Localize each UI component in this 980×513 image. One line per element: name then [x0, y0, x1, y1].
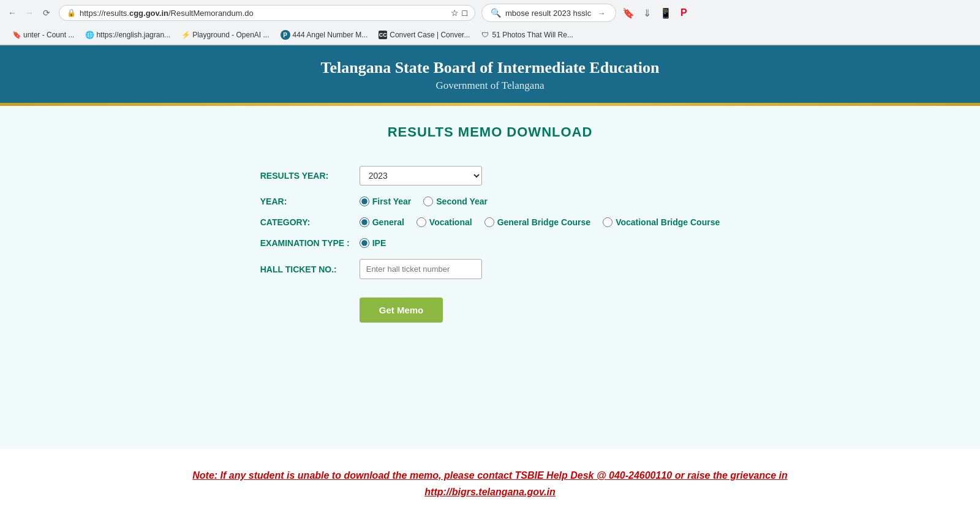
category-label: CATEGORY: — [260, 215, 360, 230]
address-bar[interactable]: 🔒 https://results.cgg.gov.in/ResultMemor… — [59, 5, 475, 21]
first-year-radio-label[interactable]: First Year — [360, 197, 412, 206]
first-year-radio[interactable] — [360, 197, 369, 206]
bookmark-item-photos[interactable]: 🛡 51 Photos That Will Re... — [476, 29, 578, 41]
url-display: https://results.cgg.gov.in/ResultMemoran… — [80, 9, 447, 18]
bookmark-label-4: 444 Angel Number M... — [293, 31, 368, 39]
get-memo-field: Get Memo — [360, 288, 720, 325]
first-year-text: First Year — [372, 197, 412, 206]
bookmark-item-angel[interactable]: P 444 Angel Number M... — [276, 28, 373, 42]
vocational-radio-label[interactable]: Vocational — [417, 217, 472, 227]
exam-type-row: EXAMINATION TYPE : IPE — [260, 236, 720, 250]
search-arrow-icon: → — [597, 9, 605, 18]
bookmark-label-2: https://english.jagran... — [96, 31, 170, 39]
exam-type-radio-group: IPE — [360, 238, 720, 248]
results-year-select[interactable]: 2023 2022 2021 2020 — [360, 166, 482, 185]
pocket-icon[interactable]: 🔖 — [622, 7, 635, 19]
vocational-bridge-radio-label[interactable]: Vocational Bridge Course — [603, 217, 720, 227]
second-year-radio[interactable] — [423, 197, 433, 206]
copy-tab-icon[interactable]: □ — [462, 8, 467, 18]
bookmark-label-6: 51 Photos That Will Re... — [492, 31, 573, 39]
bookmark-favicon-2: 🌐 — [85, 31, 94, 39]
year-label: YEAR: — [260, 194, 360, 209]
year-radio-group: First Year Second Year — [360, 197, 720, 206]
results-year-field: 2023 2022 2021 2020 — [360, 163, 720, 188]
general-text: General — [372, 217, 404, 227]
bookmark-item-counter[interactable]: 🔖 unter - Count ... — [7, 29, 79, 41]
vocational-bridge-text: Vocational Bridge Course — [616, 217, 720, 227]
ipe-radio[interactable] — [360, 238, 369, 248]
site-header-subtitle: Government of Telangana — [12, 80, 968, 92]
browser-chrome: ← → ⟳ 🔒 https://results.cgg.gov.in/Resul… — [0, 0, 980, 45]
search-icon: 🔍 — [489, 7, 502, 19]
note-link[interactable]: http://bigrs.telangana.gov.in — [424, 487, 555, 497]
main-content: RESULTS MEMO DOWNLOAD RESULTS YEAR: 2023… — [0, 106, 980, 449]
general-bridge-text: General Bridge Course — [497, 217, 591, 227]
form-section-title: RESULTS MEMO DOWNLOAD — [24, 124, 956, 140]
bookmark-favicon-1: 🔖 — [12, 31, 21, 39]
general-bridge-radio-label[interactable]: General Bridge Course — [484, 217, 591, 227]
back-icon[interactable]: ← — [6, 7, 18, 19]
ipe-radio-label[interactable]: IPE — [360, 238, 386, 248]
bookmarks-bar: 🔖 unter - Count ... 🌐 https://english.ja… — [0, 26, 980, 45]
bookmark-item-convertcase[interactable]: CC Convert Case | Conver... — [374, 29, 475, 41]
bookmark-favicon-6: 🛡 — [481, 31, 489, 39]
note-text: Note: If any student is unable to downlo… — [37, 467, 943, 500]
note-section: Note: If any student is unable to downlo… — [0, 449, 980, 513]
year-field: First Year Second Year — [360, 194, 720, 209]
browser-toolbar: ← → ⟳ 🔒 https://results.cgg.gov.in/Resul… — [0, 0, 980, 26]
bookmark-label-3: Playground - OpenAI ... — [192, 31, 269, 39]
category-radio-group: General Vocational General Bridge Course — [360, 217, 720, 227]
bookmark-favicon-3: ⚡ — [181, 31, 190, 39]
browser-toolbar-right: 🔖 ⇓ 📱 P — [622, 7, 687, 19]
search-bar[interactable]: 🔍 mbose result 2023 hsslc → — [481, 4, 616, 22]
results-year-label: RESULTS YEAR: — [260, 163, 360, 188]
get-memo-row: Get Memo — [260, 288, 720, 325]
year-row: YEAR: First Year Second Year — [260, 194, 720, 209]
mobile-icon[interactable]: 📱 — [660, 7, 672, 19]
second-year-radio-label[interactable]: Second Year — [423, 197, 488, 206]
get-memo-button[interactable]: Get Memo — [360, 298, 443, 323]
bookmark-star-icon[interactable]: ☆ — [451, 8, 459, 18]
hall-ticket-field — [360, 256, 720, 282]
second-year-text: Second Year — [436, 197, 488, 206]
hall-ticket-input[interactable] — [360, 259, 482, 279]
forward-icon[interactable]: → — [23, 7, 36, 19]
exam-type-field: IPE — [360, 236, 720, 250]
category-row: CATEGORY: General Vocational — [260, 215, 720, 230]
search-query-text: mbose result 2023 hsslc — [505, 9, 591, 18]
browser-nav-icons: ← → ⟳ — [6, 7, 53, 19]
bookmark-item-jagran[interactable]: 🌐 https://english.jagran... — [80, 29, 175, 41]
results-year-row: RESULTS YEAR: 2023 2022 2021 2020 — [260, 163, 720, 188]
site-header-title: Telangana State Board of Intermediate Ed… — [12, 59, 968, 77]
general-radio-label[interactable]: General — [360, 217, 404, 227]
vocational-text: Vocational — [429, 217, 472, 227]
form-table: RESULTS YEAR: 2023 2022 2021 2020 YEAR: — [260, 157, 720, 331]
hall-ticket-label: HALL TICKET NO.: — [260, 256, 360, 282]
page-wrapper: Telangana State Board of Intermediate Ed… — [0, 45, 980, 513]
exam-type-label: EXAMINATION TYPE : — [260, 236, 360, 250]
vocational-bridge-radio[interactable] — [603, 217, 612, 227]
hall-ticket-row: HALL TICKET NO.: — [260, 256, 720, 282]
ipe-text: IPE — [372, 238, 386, 248]
general-bridge-radio[interactable] — [484, 217, 494, 227]
download-icon[interactable]: ⇓ — [643, 7, 651, 19]
bookmark-favicon-5: CC — [379, 31, 387, 39]
note-text-content: Note: If any student is unable to downlo… — [192, 470, 787, 481]
lock-icon: 🔒 — [67, 9, 76, 17]
pinterest-icon[interactable]: P — [680, 7, 687, 18]
category-field: General Vocational General Bridge Course — [360, 215, 720, 230]
bookmark-label-1: unter - Count ... — [23, 31, 74, 39]
general-radio[interactable] — [360, 217, 369, 227]
bookmark-label-5: Convert Case | Conver... — [390, 31, 470, 39]
site-header: Telangana State Board of Intermediate Ed… — [0, 45, 980, 103]
bookmark-favicon-4: P — [281, 30, 290, 40]
bookmark-item-openai[interactable]: ⚡ Playground - OpenAI ... — [176, 29, 274, 41]
vocational-radio[interactable] — [417, 217, 426, 227]
refresh-icon[interactable]: ⟳ — [40, 7, 53, 19]
